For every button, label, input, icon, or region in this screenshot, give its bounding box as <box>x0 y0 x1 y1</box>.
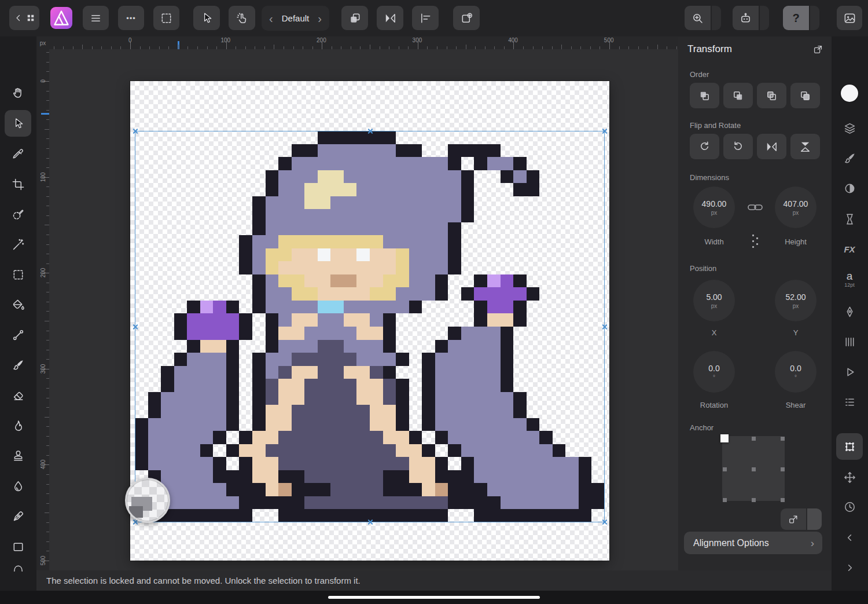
anchor-selector[interactable] <box>722 436 785 501</box>
shear-dial[interactable]: 0.0 ° <box>775 351 816 393</box>
gradient-tool[interactable] <box>5 321 31 348</box>
flip-horizontal-button[interactable] <box>757 134 786 159</box>
y-value: 52.00 <box>785 292 806 302</box>
move-arrows-studio-button[interactable] <box>836 464 863 490</box>
pen-nib-studio-button[interactable] <box>836 298 863 325</box>
paint-brush-tool[interactable] <box>5 352 31 378</box>
brush-studio-button[interactable] <box>836 145 863 171</box>
adjustment-studio-button[interactable] <box>836 175 863 202</box>
height-dial[interactable]: 407.00 px <box>775 186 816 228</box>
anchor-point-bottom-left[interactable] <box>723 498 727 502</box>
text-tool-partial[interactable] <box>5 558 31 573</box>
transform-separately-button[interactable] <box>781 508 806 530</box>
smudge-tool[interactable] <box>5 412 31 439</box>
collapse-left-button[interactable] <box>836 524 863 551</box>
anchor-point-middle-left[interactable] <box>723 467 727 471</box>
navigator-button[interactable] <box>9 6 39 30</box>
flip-vertical-button[interactable] <box>790 134 820 159</box>
blur-tool[interactable] <box>5 473 31 499</box>
help-button[interactable]: ? <box>783 6 809 30</box>
text-studio-button[interactable]: a 12pt <box>836 266 863 292</box>
flip-button[interactable] <box>377 6 403 30</box>
pen-tool[interactable] <box>5 503 31 529</box>
y-position-dial[interactable]: 52.00 px <box>775 280 816 321</box>
assistant-button[interactable] <box>733 6 759 30</box>
align-button[interactable] <box>412 6 439 30</box>
canvas-document[interactable] <box>130 81 609 561</box>
anchor-point-top-left[interactable] <box>720 434 729 442</box>
crop-tool[interactable] <box>5 171 31 197</box>
assistant-dropdown[interactable] <box>760 6 769 30</box>
preset-prev-icon[interactable]: ‹ <box>269 13 273 24</box>
home-indicator[interactable] <box>328 596 540 599</box>
anchor-point-center[interactable] <box>752 467 756 471</box>
anchor-point-top-center[interactable] <box>752 437 756 441</box>
anchor-point-top-right[interactable] <box>781 437 785 441</box>
vertical-ruler[interactable]: 0100200300400500 <box>36 49 49 570</box>
list-studio-button[interactable] <box>836 389 863 415</box>
erase-tool[interactable] <box>5 382 31 409</box>
persona-switch-button[interactable] <box>837 6 862 30</box>
marquee-select-tool[interactable] <box>5 261 31 288</box>
selection-handle-middle-right[interactable] <box>601 324 608 330</box>
x-position-dial[interactable]: 5.00 px <box>693 280 735 321</box>
anchor-point-bottom-center[interactable] <box>752 498 756 502</box>
clone-tool[interactable] <box>5 442 31 469</box>
rotation-dial[interactable]: 0.0 ° <box>693 351 735 393</box>
order-move-to-front-button[interactable] <box>790 83 820 108</box>
selection-handle-middle-left[interactable] <box>132 324 138 330</box>
y-label: Y <box>793 328 799 337</box>
duplicate-button[interactable] <box>341 6 368 30</box>
rotate-counterclockwise-button[interactable] <box>723 134 753 159</box>
more-options-button[interactable]: ••• <box>118 6 144 30</box>
flood-fill-tool[interactable] <box>5 291 31 318</box>
view-tool[interactable] <box>5 79 31 106</box>
flame-icon <box>12 419 25 433</box>
width-dial[interactable]: 490.00 px <box>693 186 735 228</box>
transform-studio-button[interactable] <box>836 433 863 460</box>
order-forward-one-button[interactable] <box>757 83 786 108</box>
alignment-options-button[interactable]: Alignment Options › <box>684 532 822 554</box>
zoom-options-button[interactable] <box>685 6 711 30</box>
zoom-options-dropdown[interactable] <box>712 6 721 30</box>
link-dimensions-icon[interactable] <box>748 203 763 212</box>
collapse-right-button[interactable] <box>836 554 863 581</box>
layers-studio-button[interactable] <box>836 115 863 141</box>
preset-next-icon[interactable]: › <box>318 13 322 24</box>
canvas-area[interactable] <box>49 49 678 570</box>
transform-separately-dropdown[interactable] <box>807 508 822 530</box>
anchor-point-middle-right[interactable] <box>781 467 785 471</box>
horizontal-ruler[interactable]: 0100200300400500 <box>49 36 678 49</box>
move-tool-top-button[interactable] <box>193 6 220 30</box>
move-tool[interactable] <box>5 110 31 137</box>
detach-panel-icon[interactable] <box>812 44 823 55</box>
selection-handle-bottom-right[interactable] <box>601 519 608 525</box>
flood-select-tool[interactable] <box>5 231 31 258</box>
order-move-to-back-button[interactable] <box>690 83 719 108</box>
selection-handle-bottom-center[interactable] <box>367 519 373 525</box>
preset-selector[interactable]: ‹ Default › <box>262 6 329 31</box>
help-dropdown[interactable] <box>810 6 819 30</box>
insert-button[interactable] <box>453 6 480 30</box>
selection-handle-top-left[interactable] <box>132 128 138 134</box>
clock-studio-button[interactable] <box>836 493 863 520</box>
selection-options-button[interactable] <box>153 6 179 30</box>
anchor-point-bottom-right[interactable] <box>781 498 785 502</box>
fx-studio-button[interactable]: FX <box>836 236 863 262</box>
play-studio-button[interactable] <box>836 358 863 385</box>
main-menu-button[interactable] <box>83 6 109 30</box>
selection-bounding-box[interactable] <box>135 131 605 522</box>
gesture-tool-button[interactable] <box>229 6 255 30</box>
selection-handle-top-center[interactable] <box>367 128 373 134</box>
channels-studio-button[interactable] <box>836 328 863 355</box>
order-back-one-button[interactable] <box>723 83 753 108</box>
flip-rotate-button-row <box>678 134 832 159</box>
selection-handle-top-right[interactable] <box>601 128 608 134</box>
selection-brush-tool[interactable] <box>5 201 31 228</box>
hourglass-studio-button[interactable] <box>836 206 863 232</box>
current-color-swatch[interactable] <box>841 85 858 102</box>
color-picker-tool[interactable] <box>5 141 31 167</box>
affinity-logo-button[interactable] <box>50 6 73 30</box>
shape-tool[interactable] <box>5 533 31 560</box>
rotate-clockwise-button[interactable] <box>690 134 719 159</box>
